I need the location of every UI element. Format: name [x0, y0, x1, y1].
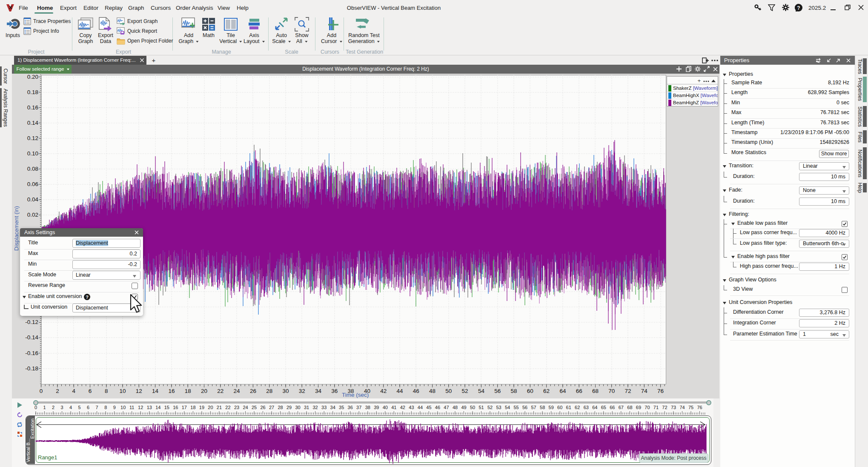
svg-text:?: ?	[797, 5, 800, 11]
svg-text:?: ?	[86, 295, 89, 300]
